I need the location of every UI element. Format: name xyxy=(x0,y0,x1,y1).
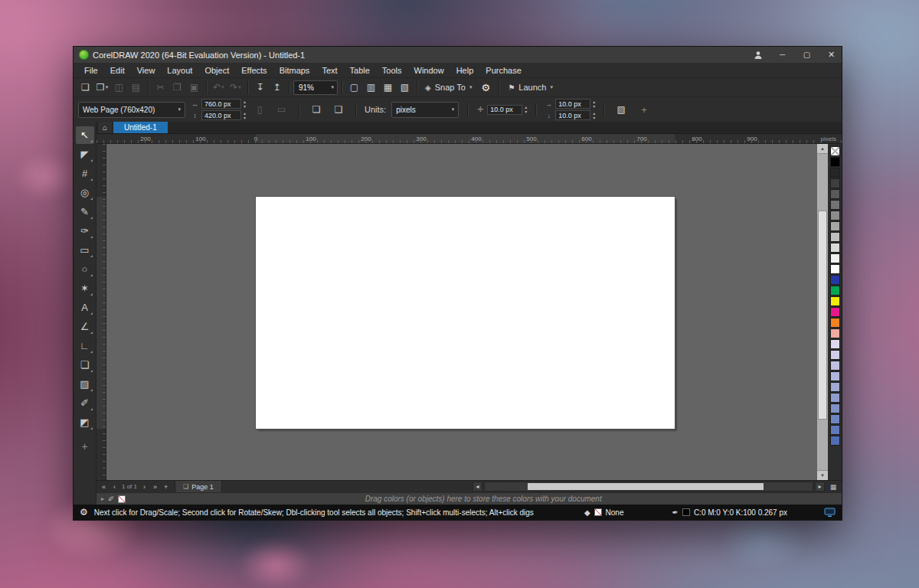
save-button[interactable]: ◫ xyxy=(111,80,127,96)
zoom-level-combo[interactable]: 91% ▾ xyxy=(293,80,338,95)
fill-indicator[interactable]: ◆ None xyxy=(584,508,624,517)
color-swatch[interactable] xyxy=(830,211,840,220)
color-swatch[interactable] xyxy=(830,371,840,381)
paste-button[interactable]: ▣ xyxy=(186,80,202,96)
page-height-value[interactable]: 420.0 px xyxy=(201,110,241,120)
transparency-tool[interactable]: ▨ xyxy=(76,375,94,393)
maximize-button[interactable]: ▢ xyxy=(796,47,817,63)
show-rulers-button[interactable]: ▥ xyxy=(363,80,379,96)
canvas-area[interactable] xyxy=(96,144,817,480)
menu-item-help[interactable]: Help xyxy=(450,65,480,76)
color-swatch[interactable] xyxy=(830,350,840,360)
color-swatch[interactable] xyxy=(830,436,840,446)
show-guidelines-button[interactable]: ▧ xyxy=(397,80,413,96)
color-swatch[interactable] xyxy=(830,414,840,424)
no-color-swatch[interactable] xyxy=(118,495,126,503)
crop-tool[interactable]: # xyxy=(76,165,94,182)
view-navigator-button[interactable]: ▦ xyxy=(827,482,839,492)
color-swatch[interactable] xyxy=(830,168,840,178)
snap-to-dropdown[interactable]: ◈ Snap To ▾ xyxy=(421,83,476,92)
color-swatch[interactable] xyxy=(830,328,840,338)
show-grid-button[interactable]: ▦ xyxy=(380,80,396,96)
horizontal-scroll-track[interactable] xyxy=(484,482,813,492)
pick-tool[interactable]: ↖ xyxy=(76,126,94,144)
color-swatch[interactable] xyxy=(830,275,840,285)
last-page-button[interactable]: » xyxy=(150,482,160,492)
cut-button[interactable]: ✂ xyxy=(152,80,168,96)
duplicate-x-stepper[interactable]: ▴▾ xyxy=(593,100,595,109)
palette-eyedropper-icon[interactable]: ✐ xyxy=(108,495,114,503)
portrait-button[interactable]: ▯ xyxy=(251,101,268,118)
menu-item-file[interactable]: File xyxy=(78,65,104,76)
freehand-tool[interactable]: ✎ xyxy=(76,203,94,220)
minimize-button[interactable]: ─ xyxy=(772,47,793,63)
color-swatch[interactable] xyxy=(830,189,840,199)
display-monitor-icon[interactable] xyxy=(824,508,836,518)
parallel-dimension-tool[interactable]: ∠ xyxy=(76,318,94,335)
duplicate-y-stepper[interactable]: ▴▾ xyxy=(593,111,595,120)
full-screen-preview-button[interactable]: ▢ xyxy=(346,80,362,96)
menu-item-effects[interactable]: Effects xyxy=(235,65,273,76)
eyedropper-tool[interactable]: ✐ xyxy=(76,394,94,412)
vertical-scroll-track[interactable] xyxy=(817,154,828,470)
landscape-button[interactable]: ▭ xyxy=(273,101,290,118)
next-page-button[interactable]: › xyxy=(139,482,149,492)
page-height-stepper[interactable]: ▴▾ xyxy=(244,111,246,120)
color-swatch[interactable] xyxy=(830,307,840,317)
color-swatch[interactable] xyxy=(830,361,840,371)
color-swatch[interactable] xyxy=(830,318,840,328)
palette-flyout-icon[interactable]: ▸ xyxy=(101,495,104,502)
outline-indicator[interactable]: ✒ C:0 M:0 Y:0 K:100 0.267 px xyxy=(672,508,787,517)
menu-item-edit[interactable]: Edit xyxy=(104,65,131,76)
add-tool-button[interactable]: + xyxy=(76,437,94,455)
color-swatch[interactable] xyxy=(830,286,840,296)
color-swatch[interactable] xyxy=(830,253,840,263)
scroll-down-button[interactable]: ▼ xyxy=(817,470,828,480)
open-button[interactable]: ❒▾ xyxy=(94,80,110,96)
color-swatch[interactable] xyxy=(830,232,840,242)
customize-property-bar-button[interactable]: + xyxy=(641,104,647,116)
duplicate-distance-x-field[interactable]: → 10.0 px ▴▾ xyxy=(545,99,595,109)
menu-item-layout[interactable]: Layout xyxy=(161,65,198,76)
close-button[interactable]: ✕ xyxy=(821,47,842,63)
color-swatch[interactable] xyxy=(830,393,840,403)
add-page-button[interactable]: + xyxy=(161,482,171,492)
rectangle-tool[interactable]: ▭ xyxy=(76,241,94,259)
color-swatch[interactable] xyxy=(830,146,840,156)
shape-tool[interactable]: ◤ xyxy=(76,145,94,163)
menu-item-view[interactable]: View xyxy=(131,65,162,76)
launch-dropdown[interactable]: ⚑ Launch ▾ xyxy=(503,83,558,92)
menu-item-window[interactable]: Window xyxy=(408,65,450,76)
color-swatch[interactable] xyxy=(830,382,840,392)
color-swatch[interactable] xyxy=(830,264,840,274)
color-swatch[interactable] xyxy=(830,200,840,210)
scroll-right-button[interactable]: ▸ xyxy=(815,482,825,492)
account-icon[interactable] xyxy=(748,47,768,63)
color-swatch[interactable] xyxy=(830,339,840,349)
treat-as-filled-button[interactable]: ▧ xyxy=(613,101,630,118)
nudge-stepper[interactable]: ▴▾ xyxy=(525,105,527,114)
duplicate-distance-y-value[interactable]: 10.0 px xyxy=(555,110,590,120)
page-height-field[interactable]: ↕ 420.0 px ▴▾ xyxy=(191,110,246,120)
import-button[interactable]: ↧ xyxy=(252,80,268,96)
interactive-fill-tool[interactable]: ◩ xyxy=(76,413,94,431)
page-size-preset-select[interactable]: Web Page (760x420) ▾ xyxy=(78,102,185,118)
menu-item-bitmaps[interactable]: Bitmaps xyxy=(273,65,316,76)
status-gear-icon[interactable]: ⚙ xyxy=(80,507,88,518)
duplicate-distance-x-value[interactable]: 10.0 px xyxy=(555,99,590,109)
menu-item-purchase[interactable]: Purchase xyxy=(479,65,527,76)
document-tab-untitled-1[interactable]: Untitled-1 xyxy=(113,122,168,133)
artistic-media-tool[interactable]: ✑ xyxy=(76,222,94,240)
menu-item-object[interactable]: Object xyxy=(198,65,235,76)
nudge-distance-field[interactable]: ✛ 10.0 px ▴▾ xyxy=(476,105,527,115)
ellipse-tool[interactable]: ○ xyxy=(76,260,94,278)
horizontal-ruler[interactable]: 2001000100200300400500600700800900 pixel… xyxy=(96,134,842,144)
horizontal-scroll-thumb[interactable] xyxy=(528,483,764,490)
page-width-stepper[interactable]: ▴▾ xyxy=(244,100,246,109)
menu-item-tools[interactable]: Tools xyxy=(376,65,408,76)
page-tab-page-1[interactable]: ❏ Page 1 xyxy=(175,481,222,493)
text-tool[interactable]: A xyxy=(76,299,94,316)
export-button[interactable]: ↥ xyxy=(269,80,285,96)
current-page-button[interactable]: ❑ xyxy=(330,101,347,118)
undo-button[interactable]: ↶▾ xyxy=(211,80,227,96)
